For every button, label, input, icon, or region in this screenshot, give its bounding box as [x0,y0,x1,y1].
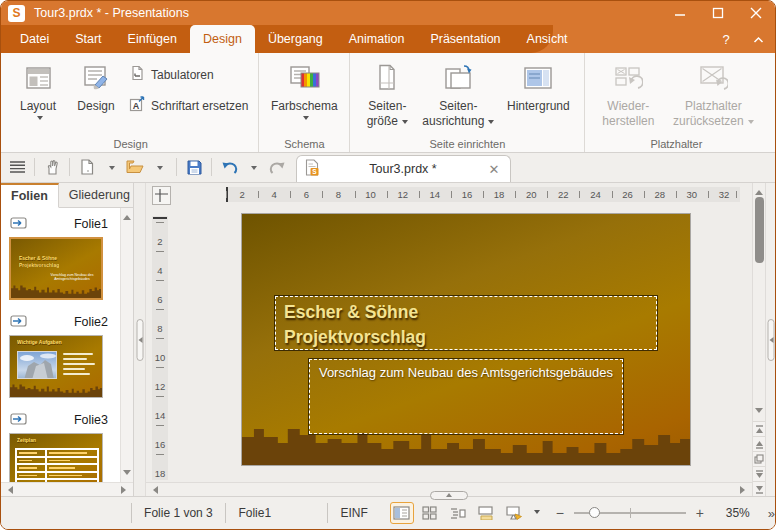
menu-datei[interactable]: Datei [7,25,62,53]
document-tab[interactable]: S Tour3.prdx * ✕ [296,155,511,182]
undo-button[interactable] [219,155,239,179]
undo-dropdown[interactable] [243,155,263,179]
tabulatoren-icon [129,65,145,84]
scroll-down-icon[interactable] [755,408,763,417]
scroll-right-icon[interactable] [121,486,130,494]
design-label: Design [77,99,114,114]
wiederherstellen-button[interactable]: Wieder-herstellen [591,57,665,129]
zoom-out-button[interactable]: − [554,505,566,521]
panel-vertical-scrollbar[interactable] [120,208,133,482]
menu-praesentation[interactable]: Präsentation [417,25,513,53]
slide-sorter-view-button[interactable] [418,502,442,524]
toolbar-menu-button[interactable] [7,155,27,179]
sidebar-splitter[interactable] [765,183,775,496]
maximize-button[interactable] [699,1,737,25]
slide-title-line1: Escher & Söhne [284,300,648,325]
document-tab-title: Tour3.prdx * [320,162,486,176]
slide3-label-row: Folie3 [1,408,120,431]
menu-design[interactable]: Design [190,25,255,53]
seitengroesse-label: Seiten-größe [356,99,418,129]
menu-ansicht[interactable]: Ansicht [514,25,581,53]
scroll-left-icon[interactable] [149,486,158,494]
hand-tool-button[interactable] [42,155,62,179]
redo-button[interactable] [267,155,287,179]
panel-splitter[interactable] [134,183,146,496]
zoom-slider[interactable] [574,512,686,514]
new-document-button[interactable] [77,155,97,179]
open-file-dropdown[interactable] [149,155,169,179]
slideshow-dropdown-caret[interactable] [530,506,540,520]
zoom-slider-handle[interactable] [589,507,600,518]
scroll-left-icon[interactable] [4,486,13,494]
slide1-thumbnail[interactable]: Escher & SöhneProjektvorschlag Vorschlag… [9,237,103,300]
insert-mode-indicator[interactable]: EINF [327,503,379,523]
canvas-vertical-scrollbar[interactable] [752,183,765,496]
minimize-button[interactable] [661,1,699,25]
ruler-origin-button[interactable] [152,186,171,205]
scroll-up-icon[interactable] [755,186,763,195]
thumb1-title: Escher & SöhneProjektvorschlag [19,256,103,268]
help-button[interactable]: ? [717,32,735,47]
hintergrund-button[interactable]: Hintergrund [498,57,578,114]
scroll-down-icon[interactable] [123,470,131,479]
slide2-thumbnail[interactable]: Wichtige Aufgaben [9,335,103,398]
group-label-design: Design [3,138,258,150]
transition-icon [10,215,27,233]
menu-animation[interactable]: Animation [336,25,418,53]
outline-view-button[interactable] [446,502,470,524]
zoom-in-button[interactable]: + [694,505,706,521]
sidebar-splitter-grip[interactable] [767,319,774,361]
platzhalter-zuruecksetzen-button[interactable]: Platzhalter zurücksetzen [665,57,761,129]
thumb2-title: Wichtige Aufgaben [17,340,103,346]
thumb2-photo [17,351,57,379]
new-document-dropdown[interactable] [101,155,121,179]
design-button[interactable]: Design [67,57,125,114]
close-button[interactable] [737,1,775,25]
slide-position-indicator: Folie 1 von 3 [131,503,225,523]
statusbar-overflow-button[interactable]: » [768,506,775,521]
seitengroesse-button[interactable]: Seiten-größe [356,57,418,129]
scroll-right-icon[interactable] [740,486,749,494]
scrollbar-thumb[interactable] [755,197,764,263]
menu-uebergang[interactable]: Übergang [255,25,336,53]
slide-navigator-button[interactable] [753,451,766,466]
scroll-up-icon[interactable] [123,211,131,220]
slide3-thumbnail[interactable]: Zeitplan [9,433,103,482]
slide-subtitle-placeholder[interactable]: Vorschlag zum Neubau des Amtsgerichtsgeb… [309,359,623,434]
quick-toolbar: » S Tour3.prdx * ✕ [1,153,775,183]
normal-view-button[interactable] [390,502,414,524]
platzhalter-zuruecksetzen-label: Platzhalter zurücksetzen [665,99,761,129]
menu-einfuegen[interactable]: Einfügen [115,25,190,53]
panel-horizontal-scrollbar[interactable] [1,482,133,496]
slideshow-view-button[interactable] [502,502,526,524]
layout-button[interactable]: Layout [9,57,67,121]
slide-title-placeholder[interactable]: Escher & Söhne Projektvorschlag [275,296,657,350]
slide-editor[interactable]: Escher & Söhne Projektvorschlag Vorschla… [241,213,691,466]
schriftart-ersetzen-button[interactable]: A Schriftart ersetzen [129,96,248,115]
previous-slide-button[interactable] [753,436,766,451]
save-button[interactable] [184,155,204,179]
zoom-level[interactable]: 35% [714,506,750,520]
farbschema-button[interactable]: Farbschema [265,57,343,121]
slide2-name: Folie2 [27,315,114,329]
canvas-horizontal-scrollbar[interactable] [146,482,752,496]
collapse-ribbon-button[interactable] [749,32,767,47]
layout-label: Layout [20,99,56,114]
document-tab-close-icon[interactable]: ✕ [486,162,502,177]
seitenausrichtung-button[interactable]: Seiten-ausrichtung [418,57,498,129]
tab-folien[interactable]: Folien [1,183,59,208]
menu-start[interactable]: Start [62,25,114,53]
open-file-button[interactable] [125,155,145,179]
notes-view-button[interactable] [474,502,498,524]
slide-canvas: 2468101214161820222426283032 24681012141… [146,183,752,496]
next-slide-button[interactable] [753,466,766,481]
tabulatoren-button[interactable]: Tabulatoren [129,65,248,84]
statusbar-collapse-handle[interactable] [430,491,468,500]
app-logo-icon: S [8,5,25,22]
last-slide-button[interactable] [753,481,766,496]
first-slide-button[interactable] [753,421,766,436]
panel-splitter-grip[interactable] [136,319,143,361]
slide1-label-row: Folie1 [1,212,120,235]
transition-icon [10,313,27,331]
tab-gliederung[interactable]: Gliederung [59,183,140,207]
